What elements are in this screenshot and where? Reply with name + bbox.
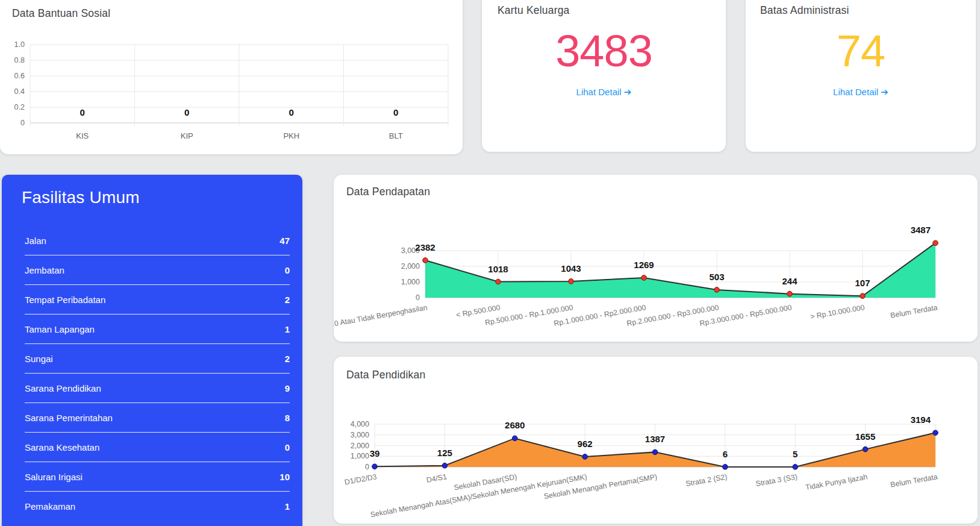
- svg-text:2,000: 2,000: [401, 262, 420, 271]
- fasilitas-umum-panel: Fasilitas Umum Jalan 47 Jembatan 0 Tempa…: [2, 175, 302, 526]
- card-title-batas-administrasi: Batas Administrasi: [760, 4, 849, 17]
- item-value: 9: [285, 383, 290, 393]
- svg-text:PKH: PKH: [283, 131, 299, 140]
- data-pendidikan-card: Data Pendidikan 01,0002,0003,0004,000391…: [334, 357, 978, 524]
- svg-text:1043: 1043: [561, 263, 581, 274]
- item-value: 0: [285, 442, 290, 452]
- item-value: 2: [285, 295, 290, 305]
- svg-text:503: 503: [709, 272, 724, 282]
- list-item: Taman Lapangan 1: [25, 315, 290, 344]
- item-label: Pemakaman: [25, 501, 75, 512]
- list-item: Sarana Pemerintahan 8: [25, 403, 290, 433]
- item-value: 2: [285, 354, 290, 364]
- svg-text:1.0: 1.0: [14, 40, 25, 49]
- item-label: Sarana Kesehatan: [25, 442, 99, 452]
- bantuan-sosial-chart[interactable]: 00.20.40.60.81.00000KISKIPPKHBLT: [0, 0, 463, 154]
- svg-text:0: 0: [184, 107, 189, 117]
- kartu-keluarga-count: 3483: [482, 29, 726, 74]
- item-label: Sarana Pendidikan: [25, 383, 101, 393]
- item-label: Sarana Pemerintahan: [25, 413, 113, 423]
- svg-text:1,000: 1,000: [401, 278, 420, 286]
- svg-text:Tidak Punya Ijazah: Tidak Punya Ijazah: [805, 472, 868, 492]
- item-value: 8: [285, 413, 290, 423]
- data-bantuan-sosial-card: Data Bantuan Sosial 00.20.40.60.81.00000…: [0, 0, 463, 154]
- list-item: Tempat Peribadatan 2: [25, 285, 290, 315]
- link-label: Lihat Detail: [576, 87, 622, 97]
- svg-text:1,000: 1,000: [351, 452, 369, 460]
- fasilitas-umum-list: Jalan 47 Jembatan 0 Tempat Peribadatan 2…: [25, 226, 290, 521]
- list-item: Jembatan 0: [25, 255, 290, 285]
- list-item: Sungai 2: [25, 344, 290, 374]
- item-value: 1: [285, 324, 290, 334]
- list-item: Pemakaman 1: [25, 492, 290, 521]
- batas-administrasi-card: Batas Administrasi 74 Lihat Detail ➔: [746, 0, 976, 152]
- batas-administrasi-count: 74: [746, 29, 976, 74]
- svg-text:0.2: 0.2: [14, 103, 25, 111]
- svg-text:0.4: 0.4: [14, 87, 25, 96]
- pendapatan-chart[interactable]: 01,0002,0003,000238210181043126950324410…: [334, 175, 978, 342]
- list-item: Sarana Kesehatan 0: [25, 433, 290, 462]
- item-label: Saluran Irigasi: [25, 472, 83, 482]
- list-item: Saluran Irigasi 10: [25, 462, 290, 492]
- lihat-detail-link-batas-administrasi[interactable]: Lihat Detail ➔: [746, 87, 976, 98]
- kartu-keluarga-card: Kartu Keluarga 3483 Lihat Detail ➔: [482, 0, 726, 152]
- svg-text:1269: 1269: [634, 260, 654, 270]
- svg-text:Strata 3 (S3): Strata 3 (S3): [755, 472, 798, 488]
- svg-text:D1/D2/D3: D1/D2/D3: [344, 472, 378, 486]
- item-value: 47: [279, 236, 290, 246]
- link-label: Lihat Detail: [833, 87, 878, 97]
- svg-text:D4/S1: D4/S1: [426, 472, 448, 484]
- item-value: 10: [279, 472, 290, 482]
- card-title-kartu-keluarga: Kartu Keluarga: [498, 4, 570, 17]
- svg-text:KIS: KIS: [76, 131, 89, 140]
- svg-text:1018: 1018: [488, 264, 508, 274]
- svg-text:0: 0: [416, 293, 420, 302]
- item-label: Jembatan: [25, 265, 64, 275]
- item-value: 0: [285, 265, 290, 275]
- svg-text:1387: 1387: [645, 434, 665, 444]
- svg-text:962: 962: [578, 439, 593, 449]
- svg-text:5: 5: [793, 449, 797, 459]
- svg-text:6: 6: [723, 449, 728, 459]
- svg-text:Rp.0 Atau Tidak Berpenghasilan: Rp.0 Atau Tidak Berpenghasilan: [334, 303, 428, 330]
- svg-text:Belum Terdata: Belum Terdata: [890, 472, 938, 489]
- data-pendapatan-card: Data Pendapatan 01,0002,0003,00023821018…: [334, 175, 978, 342]
- svg-text:0: 0: [289, 107, 294, 117]
- svg-text:3,000: 3,000: [351, 431, 369, 439]
- list-item: Sarana Pendidikan 9: [25, 374, 290, 403]
- svg-text:39: 39: [370, 448, 380, 459]
- arrow-right-icon: ➔: [881, 87, 888, 97]
- svg-text:0: 0: [20, 119, 25, 127]
- svg-text:0: 0: [393, 107, 398, 117]
- svg-text:0.6: 0.6: [14, 72, 25, 80]
- svg-text:1655: 1655: [855, 431, 875, 442]
- svg-text:2382: 2382: [415, 242, 435, 252]
- svg-text:0: 0: [365, 463, 369, 471]
- svg-text:107: 107: [855, 278, 870, 288]
- svg-text:BLT: BLT: [389, 131, 403, 140]
- item-label: Sungai: [25, 354, 53, 364]
- item-value: 1: [285, 501, 290, 512]
- svg-text:0: 0: [80, 107, 85, 117]
- svg-text:2,000: 2,000: [351, 442, 369, 450]
- svg-text:2680: 2680: [505, 420, 525, 430]
- svg-text:Strata 2 (S2): Strata 2 (S2): [685, 472, 728, 488]
- svg-text:3487: 3487: [911, 225, 931, 235]
- lihat-detail-link-kartu-keluarga[interactable]: Lihat Detail ➔: [482, 87, 726, 98]
- arrow-right-icon: ➔: [624, 87, 632, 97]
- fasilitas-umum-title: Fasilitas Umum: [22, 188, 140, 207]
- svg-text:125: 125: [437, 448, 452, 458]
- svg-text:> Rp.10.000.000: > Rp.10.000.000: [810, 303, 865, 321]
- svg-text:0.8: 0.8: [14, 56, 25, 64]
- svg-text:KIP: KIP: [181, 131, 193, 140]
- svg-text:4,000: 4,000: [351, 420, 369, 428]
- svg-text:244: 244: [782, 276, 797, 286]
- item-label: Taman Lapangan: [25, 324, 95, 334]
- svg-text:Belum Terdata: Belum Terdata: [890, 303, 938, 320]
- pendidikan-chart[interactable]: 01,0002,0003,0004,0003912526809621387651…: [334, 357, 978, 524]
- item-label: Jalan: [25, 236, 46, 246]
- list-item: Jalan 47: [25, 226, 290, 255]
- item-label: Tempat Peribadatan: [25, 295, 105, 305]
- svg-text:3194: 3194: [911, 415, 931, 425]
